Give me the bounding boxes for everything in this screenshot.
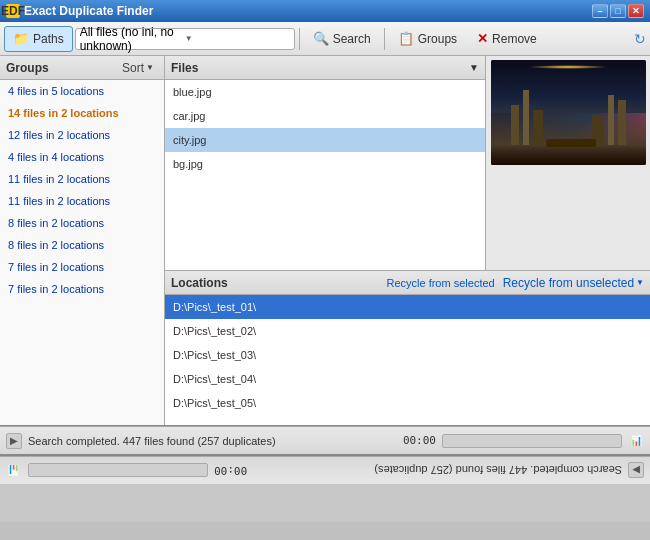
status-progress-bar <box>442 434 622 448</box>
status-text: Search completed. 447 files found (257 d… <box>28 435 397 447</box>
sort-arrow-icon: ▼ <box>146 63 154 72</box>
locations-title: Locations <box>171 276 228 290</box>
group-item[interactable]: 12 files in 2 locations <box>0 124 164 146</box>
groups-header: Groups Sort ▼ <box>0 56 164 80</box>
group-item[interactable]: 8 files in 2 locations <box>0 234 164 256</box>
search-label: Search <box>333 32 371 46</box>
locations-header: Locations Recycle from selected Recycle … <box>165 271 650 295</box>
main-area: Groups Sort ▼ 4 files in 5 locations14 f… <box>0 56 650 426</box>
right-panel: Files ▼ blue.jpgcar.jpgcity.jpgbg.jpg <box>165 56 650 425</box>
files-expand-icon[interactable]: ▼ <box>469 62 479 73</box>
remove-label: Remove <box>492 32 537 46</box>
mirrored-chart-icon: 📊 <box>6 463 22 479</box>
toolbar: 📁 Paths All files (no ini, no unknown) ▼… <box>0 22 650 56</box>
toolbar-separator-2 <box>384 28 385 50</box>
toolbar-separator-1 <box>299 28 300 50</box>
files-panel: Files ▼ blue.jpgcar.jpgcity.jpgbg.jpg <box>165 56 485 270</box>
mirrored-status-text: Search completed. 447 files found (257 d… <box>253 465 622 477</box>
close-button[interactable]: ✕ <box>628 4 644 18</box>
recycle-unselected-button[interactable]: Recycle from unselected ▼ <box>503 276 644 290</box>
group-item[interactable]: 14 files in 2 locations <box>0 102 164 124</box>
remove-icon: ✕ <box>477 31 488 46</box>
groups-panel: Groups Sort ▼ 4 files in 5 locations14 f… <box>0 56 165 425</box>
location-item[interactable]: D:\Pics\_test_04\ <box>165 367 650 391</box>
mirrored-area: ▶ Search completed. 447 files found (257… <box>0 454 650 522</box>
sort-label: Sort <box>122 61 144 75</box>
groups-list: 4 files in 5 locations14 files in 2 loca… <box>0 80 164 425</box>
files-header: Files ▼ <box>165 56 485 80</box>
mirrored-status-time: 00:00 <box>214 464 247 477</box>
mirrored-arrow-icon: ▶ <box>628 463 644 479</box>
group-item[interactable]: 8 files in 2 locations <box>0 212 164 234</box>
locations-area: Locations Recycle from selected Recycle … <box>165 270 650 425</box>
search-button[interactable]: 🔍 Search <box>304 26 380 52</box>
sort-button[interactable]: Sort ▼ <box>118 59 158 77</box>
group-item[interactable]: 11 files in 2 locations <box>0 168 164 190</box>
location-item[interactable]: D:\Pics\_test_02\ <box>165 319 650 343</box>
preview-image <box>491 60 646 165</box>
groups-label: Groups <box>418 32 457 46</box>
group-item[interactable]: 4 files in 5 locations <box>0 80 164 102</box>
remove-button[interactable]: ✕ Remove <box>468 26 546 52</box>
mirrored-status-bar: ▶ Search completed. 447 files found (257… <box>0 456 650 484</box>
location-item[interactable]: D:\Pics\_test_01\ <box>165 295 650 319</box>
groups-title: Groups <box>6 61 49 75</box>
recycle-selected-button[interactable]: Recycle from selected <box>386 277 494 289</box>
groups-button[interactable]: 📋 Groups <box>389 26 466 52</box>
filter-value: All files (no ini, no unknown) <box>80 25 185 53</box>
minimize-button[interactable]: – <box>592 4 608 18</box>
locations-list: D:\Pics\_test_01\D:\Pics\_test_02\D:\Pic… <box>165 295 650 425</box>
file-item[interactable]: blue.jpg <box>165 80 485 104</box>
filter-arrow-icon: ▼ <box>185 34 290 43</box>
app-title: Exact Duplicate Finder <box>24 4 592 18</box>
files-area: Files ▼ blue.jpgcar.jpgcity.jpgbg.jpg <box>165 56 650 270</box>
files-title: Files <box>171 61 198 75</box>
mirrored-progress-bar <box>28 464 208 478</box>
preview-panel <box>485 56 650 270</box>
group-item[interactable]: 7 files in 2 locations <box>0 278 164 300</box>
dropdown-arrow-icon: ▼ <box>636 278 644 287</box>
status-time: 00:00 <box>403 434 436 447</box>
group-item[interactable]: 7 files in 2 locations <box>0 256 164 278</box>
paths-button[interactable]: 📁 Paths <box>4 26 73 52</box>
location-item[interactable]: D:\Pics\_test_05\ <box>165 391 650 415</box>
filter-dropdown[interactable]: All files (no ini, no unknown) ▼ <box>75 28 295 50</box>
status-bar: ▶ Search completed. 447 files found (257… <box>0 426 650 454</box>
paths-label: Paths <box>33 32 64 46</box>
file-item[interactable]: car.jpg <box>165 104 485 128</box>
maximize-button[interactable]: □ <box>610 4 626 18</box>
title-bar: EDF Exact Duplicate Finder – □ ✕ <box>0 0 650 22</box>
group-item[interactable]: 11 files in 2 locations <box>0 190 164 212</box>
location-item[interactable]: D:\Pics\_test_03\ <box>165 343 650 367</box>
file-item[interactable]: bg.jpg <box>165 152 485 176</box>
files-list: blue.jpgcar.jpgcity.jpgbg.jpg <box>165 80 485 270</box>
refresh-icon[interactable]: ↻ <box>634 31 646 47</box>
window-controls: – □ ✕ <box>592 4 644 18</box>
status-arrow-icon: ▶ <box>6 433 22 449</box>
app-icon: EDF <box>6 4 20 18</box>
file-item[interactable]: city.jpg <box>165 128 485 152</box>
group-item[interactable]: 4 files in 4 locations <box>0 146 164 168</box>
status-chart-icon[interactable]: 📊 <box>628 433 644 449</box>
